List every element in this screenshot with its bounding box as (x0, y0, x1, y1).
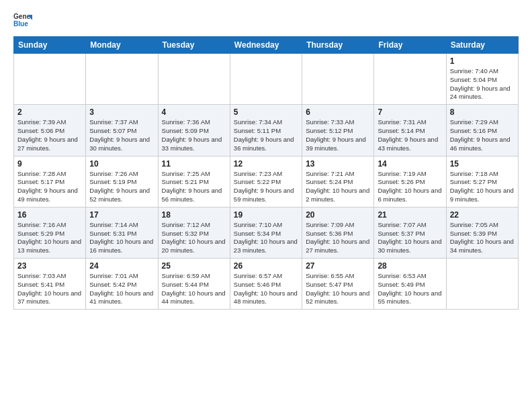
calendar-cell: 6Sunrise: 7:33 AM Sunset: 5:12 PM Daylig… (302, 105, 374, 156)
day-info: Sunrise: 6:55 AM Sunset: 5:47 PM Dayligh… (306, 272, 370, 306)
calendar-cell: 4Sunrise: 7:36 AM Sunset: 5:09 PM Daylig… (158, 105, 230, 156)
generalblue-logo-icon: General Blue (13, 11, 32, 30)
day-number: 21 (378, 210, 442, 220)
calendar-cell: 21Sunrise: 7:07 AM Sunset: 5:37 PM Dayli… (374, 207, 446, 258)
calendar-cell (230, 54, 302, 105)
weekday-tuesday: Tuesday (158, 37, 230, 54)
calendar-cell: 11Sunrise: 7:25 AM Sunset: 5:21 PM Dayli… (158, 156, 230, 207)
day-number: 17 (89, 210, 154, 220)
day-info: Sunrise: 7:01 AM Sunset: 5:42 PM Dayligh… (89, 272, 154, 306)
day-info: Sunrise: 7:37 AM Sunset: 5:07 PM Dayligh… (89, 118, 154, 152)
weekday-monday: Monday (86, 37, 158, 54)
calendar-cell: 12Sunrise: 7:23 AM Sunset: 5:22 PM Dayli… (230, 156, 302, 207)
calendar-cell: 16Sunrise: 7:16 AM Sunset: 5:29 PM Dayli… (14, 207, 86, 258)
calendar-cell: 3Sunrise: 7:37 AM Sunset: 5:07 PM Daylig… (86, 105, 158, 156)
weekday-saturday: Saturday (446, 37, 518, 54)
svg-text:Blue: Blue (13, 20, 28, 28)
day-info: Sunrise: 7:25 AM Sunset: 5:21 PM Dayligh… (162, 170, 226, 204)
calendar-cell: 25Sunrise: 6:59 AM Sunset: 5:44 PM Dayli… (158, 259, 230, 310)
calendar-cell (158, 54, 230, 105)
day-number: 12 (234, 159, 298, 169)
calendar-cell: 19Sunrise: 7:10 AM Sunset: 5:34 PM Dayli… (230, 207, 302, 258)
page: General Blue SundayMondayTuesdayWednesda… (0, 0, 532, 320)
day-info: Sunrise: 7:14 AM Sunset: 5:31 PM Dayligh… (89, 221, 154, 255)
day-info: Sunrise: 7:28 AM Sunset: 5:17 PM Dayligh… (17, 170, 82, 204)
day-number: 24 (89, 261, 154, 271)
weekday-wednesday: Wednesday (230, 37, 302, 54)
day-info: Sunrise: 7:26 AM Sunset: 5:19 PM Dayligh… (89, 170, 154, 204)
calendar-cell: 7Sunrise: 7:31 AM Sunset: 5:14 PM Daylig… (374, 105, 446, 156)
day-info: Sunrise: 7:36 AM Sunset: 5:09 PM Dayligh… (162, 118, 226, 152)
day-number: 22 (450, 210, 515, 220)
weekday-sunday: Sunday (14, 37, 86, 54)
svg-text:General: General (13, 13, 32, 20)
day-number: 1 (450, 56, 515, 66)
day-number: 23 (17, 261, 82, 271)
calendar-cell: 14Sunrise: 7:19 AM Sunset: 5:26 PM Dayli… (374, 156, 446, 207)
calendar-cell: 23Sunrise: 7:03 AM Sunset: 5:41 PM Dayli… (14, 259, 86, 310)
day-number: 28 (378, 261, 442, 271)
day-info: Sunrise: 7:18 AM Sunset: 5:27 PM Dayligh… (450, 170, 515, 204)
weekday-thursday: Thursday (302, 37, 374, 54)
day-number: 7 (378, 107, 442, 117)
day-number: 18 (162, 210, 226, 220)
calendar-cell (446, 259, 518, 310)
day-info: Sunrise: 7:12 AM Sunset: 5:32 PM Dayligh… (162, 221, 226, 255)
calendar-cell: 27Sunrise: 6:55 AM Sunset: 5:47 PM Dayli… (302, 259, 374, 310)
calendar-cell: 15Sunrise: 7:18 AM Sunset: 5:27 PM Dayli… (446, 156, 518, 207)
day-number: 5 (234, 107, 298, 117)
day-info: Sunrise: 7:23 AM Sunset: 5:22 PM Dayligh… (234, 170, 298, 204)
day-info: Sunrise: 7:31 AM Sunset: 5:14 PM Dayligh… (378, 118, 442, 152)
calendar-cell: 28Sunrise: 6:53 AM Sunset: 5:49 PM Dayli… (374, 259, 446, 310)
day-info: Sunrise: 6:59 AM Sunset: 5:44 PM Dayligh… (162, 272, 226, 306)
day-number: 16 (17, 210, 82, 220)
logo: General Blue (13, 11, 32, 30)
day-number: 25 (162, 261, 226, 271)
day-number: 20 (306, 210, 370, 220)
weekday-header-row: SundayMondayTuesdayWednesdayThursdayFrid… (14, 37, 519, 54)
day-number: 11 (162, 159, 226, 169)
day-info: Sunrise: 7:21 AM Sunset: 5:24 PM Dayligh… (306, 170, 370, 204)
calendar-cell: 18Sunrise: 7:12 AM Sunset: 5:32 PM Dayli… (158, 207, 230, 258)
week-row-1: 1Sunrise: 7:40 AM Sunset: 5:04 PM Daylig… (14, 54, 519, 105)
day-number: 6 (306, 107, 370, 117)
day-number: 27 (306, 261, 370, 271)
calendar-cell: 2Sunrise: 7:39 AM Sunset: 5:06 PM Daylig… (14, 105, 86, 156)
day-info: Sunrise: 7:29 AM Sunset: 5:16 PM Dayligh… (450, 118, 515, 152)
day-info: Sunrise: 7:09 AM Sunset: 5:36 PM Dayligh… (306, 221, 370, 255)
calendar-cell: 17Sunrise: 7:14 AM Sunset: 5:31 PM Dayli… (86, 207, 158, 258)
week-row-5: 23Sunrise: 7:03 AM Sunset: 5:41 PM Dayli… (14, 259, 519, 310)
day-number: 13 (306, 159, 370, 169)
calendar-cell: 20Sunrise: 7:09 AM Sunset: 5:36 PM Dayli… (302, 207, 374, 258)
calendar-cell: 8Sunrise: 7:29 AM Sunset: 5:16 PM Daylig… (446, 105, 518, 156)
calendar-cell: 13Sunrise: 7:21 AM Sunset: 5:24 PM Dayli… (302, 156, 374, 207)
day-info: Sunrise: 7:10 AM Sunset: 5:34 PM Dayligh… (234, 221, 298, 255)
week-row-3: 9Sunrise: 7:28 AM Sunset: 5:17 PM Daylig… (14, 156, 519, 207)
day-info: Sunrise: 7:39 AM Sunset: 5:06 PM Dayligh… (17, 118, 82, 152)
calendar-cell (14, 54, 86, 105)
weekday-friday: Friday (374, 37, 446, 54)
calendar-cell: 24Sunrise: 7:01 AM Sunset: 5:42 PM Dayli… (86, 259, 158, 310)
day-number: 15 (450, 159, 515, 169)
day-info: Sunrise: 7:34 AM Sunset: 5:11 PM Dayligh… (234, 118, 298, 152)
calendar-cell: 10Sunrise: 7:26 AM Sunset: 5:19 PM Dayli… (86, 156, 158, 207)
day-number: 3 (89, 107, 154, 117)
day-info: Sunrise: 7:40 AM Sunset: 5:04 PM Dayligh… (450, 67, 515, 101)
day-number: 4 (162, 107, 226, 117)
day-info: Sunrise: 7:03 AM Sunset: 5:41 PM Dayligh… (17, 272, 82, 306)
week-row-4: 16Sunrise: 7:16 AM Sunset: 5:29 PM Dayli… (14, 207, 519, 258)
day-info: Sunrise: 6:53 AM Sunset: 5:49 PM Dayligh… (378, 272, 442, 306)
calendar-cell: 1Sunrise: 7:40 AM Sunset: 5:04 PM Daylig… (446, 54, 518, 105)
day-info: Sunrise: 7:33 AM Sunset: 5:12 PM Dayligh… (306, 118, 370, 152)
calendar-cell (374, 54, 446, 105)
calendar-table: SundayMondayTuesdayWednesdayThursdayFrid… (13, 36, 519, 310)
day-number: 19 (234, 210, 298, 220)
day-number: 8 (450, 107, 515, 117)
day-info: Sunrise: 7:05 AM Sunset: 5:39 PM Dayligh… (450, 221, 515, 255)
day-info: Sunrise: 6:57 AM Sunset: 5:46 PM Dayligh… (234, 272, 298, 306)
calendar-cell: 22Sunrise: 7:05 AM Sunset: 5:39 PM Dayli… (446, 207, 518, 258)
calendar-cell (302, 54, 374, 105)
day-number: 26 (234, 261, 298, 271)
day-number: 2 (17, 107, 82, 117)
calendar-cell: 9Sunrise: 7:28 AM Sunset: 5:17 PM Daylig… (14, 156, 86, 207)
